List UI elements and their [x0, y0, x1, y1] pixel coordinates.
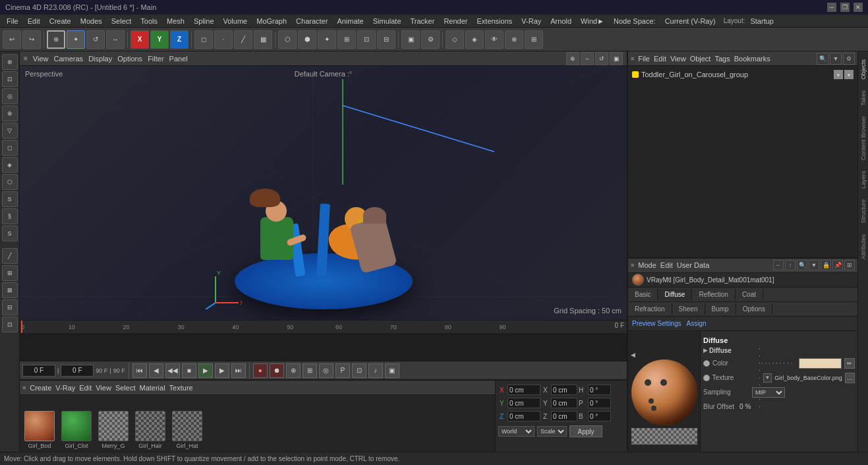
texture-menu-button[interactable]: …: [845, 373, 855, 383]
rotate-button[interactable]: ↺: [86, 30, 105, 49]
left-tool-4[interactable]: ⊗: [2, 106, 18, 121]
attr-menu-userdata[interactable]: User Data: [677, 261, 710, 269]
menu-animate[interactable]: Animate: [333, 16, 367, 26]
viewport-menu-view[interactable]: View: [33, 55, 49, 63]
select-button[interactable]: ✦: [67, 30, 85, 49]
menu-create[interactable]: Create: [45, 16, 75, 26]
lock-btn[interactable]: ⊕: [505, 30, 523, 49]
object-visibility-1[interactable]: ●: [834, 70, 843, 79]
grid-btn[interactable]: ⊞: [525, 30, 543, 49]
material-item-girl-hat[interactable]: Girl_Hat: [170, 411, 204, 449]
stop-button[interactable]: ■: [182, 363, 196, 378]
coord-z-scale[interactable]: [551, 411, 577, 421]
viewport-menu-icon[interactable]: ≡: [24, 55, 28, 62]
left-tool-5[interactable]: ▽: [2, 123, 18, 139]
prev-frame-button[interactable]: ◀: [149, 363, 163, 378]
axis-z-button[interactable]: Z: [170, 30, 188, 49]
attr-pin-button[interactable]: 📌: [832, 260, 843, 270]
material-item-girl-body[interactable]: Girl_Bod: [22, 411, 57, 449]
obj-menu-edit[interactable]: Edit: [654, 55, 666, 63]
apply-button[interactable]: Apply: [569, 425, 602, 437]
record-button[interactable]: ●: [253, 363, 268, 378]
coord-scale-select[interactable]: Scale: [537, 426, 567, 437]
viewport-menu-options[interactable]: Options: [117, 55, 142, 63]
menu-modes[interactable]: Modes: [76, 16, 106, 26]
menu-extensions[interactable]: Extensions: [473, 16, 516, 26]
play-button[interactable]: ▶: [198, 363, 213, 378]
coord-p-rot[interactable]: [588, 398, 611, 408]
sidebar-tab-content-browser[interactable]: Content Browser: [859, 111, 868, 166]
menu-tools[interactable]: Tools: [136, 16, 161, 26]
coord-y-pos[interactable]: [507, 398, 540, 408]
object-button[interactable]: ◻: [194, 30, 213, 49]
coord-world-select[interactable]: World Object: [498, 426, 535, 437]
timeline-btn-3[interactable]: ◎: [319, 363, 333, 378]
attr-collapse-icon[interactable]: ◀: [631, 352, 635, 358]
coord-y-scale[interactable]: [551, 398, 577, 408]
tool5[interactable]: ⬡: [278, 30, 297, 49]
attr-tab-sheen[interactable]: Sheen: [672, 303, 705, 315]
mat-menu-create[interactable]: Create: [30, 384, 51, 392]
attr-tab-options[interactable]: Options: [736, 303, 772, 315]
left-tool-14[interactable]: ⊠: [2, 282, 18, 298]
attr-tab-diffuse[interactable]: Diffuse: [658, 289, 692, 300]
left-tool-15[interactable]: ⊟: [2, 299, 18, 315]
close-button[interactable]: ✕: [854, 3, 863, 12]
color-radio[interactable]: [703, 360, 710, 367]
left-tool-10[interactable]: §: [2, 208, 18, 224]
axis-y-button[interactable]: Y: [150, 30, 169, 49]
color-picker-button[interactable]: ✏: [844, 358, 855, 369]
attr-tab-reflection[interactable]: Reflection: [692, 289, 735, 300]
scale-button[interactable]: ↔: [106, 30, 125, 49]
mat-menu-vray[interactable]: V-Ray: [55, 384, 75, 392]
render-settings[interactable]: ⚙: [421, 30, 440, 49]
attr-tab-bump[interactable]: Bump: [705, 303, 736, 315]
viewport-icon-3[interactable]: ↺: [595, 52, 608, 65]
timeline-btn-6[interactable]: ▣: [385, 363, 399, 378]
viewport-menu-panel[interactable]: Panel: [169, 55, 188, 63]
color-value-box[interactable]: [799, 358, 842, 369]
polys-button[interactable]: ▦: [254, 30, 272, 49]
left-tool-1[interactable]: ⊕: [2, 54, 18, 70]
sidebar-tab-layers[interactable]: Layers: [859, 166, 868, 194]
menu-file[interactable]: File: [3, 16, 22, 26]
left-tool-6[interactable]: ◻: [2, 140, 18, 156]
timeline-btn-5[interactable]: ⊡: [352, 363, 366, 378]
left-tool-12[interactable]: ╱: [2, 248, 18, 264]
mat-menu-view[interactable]: View: [96, 384, 111, 392]
next-frame-button[interactable]: ▶: [215, 363, 229, 378]
viewport-menu-cameras[interactable]: Cameras: [54, 55, 84, 63]
left-tool-8[interactable]: ⬡: [2, 174, 18, 190]
diffuse-collapse-icon[interactable]: ▶: [703, 347, 708, 354]
left-tool-16[interactable]: ⊡: [2, 317, 18, 332]
attr-menu-mode[interactable]: Mode: [638, 261, 656, 269]
attr-filter-button[interactable]: ▼: [809, 260, 819, 270]
timeline-btn-2[interactable]: ⊞: [303, 363, 317, 378]
obj-menu-file[interactable]: File: [638, 55, 650, 63]
mat-menu-select[interactable]: Select: [115, 384, 136, 392]
tool7[interactable]: ✦: [318, 30, 336, 49]
coord-x-scale[interactable]: [551, 385, 577, 395]
move-button[interactable]: ⊕: [47, 30, 65, 49]
obj-menu-tags[interactable]: Tags: [714, 55, 730, 63]
obj-menu-view[interactable]: View: [670, 55, 686, 63]
preview-settings-link[interactable]: Preview Settings: [632, 320, 681, 327]
left-tool-13[interactable]: ⊞: [2, 265, 18, 281]
current-frame-input[interactable]: [61, 365, 94, 377]
goto-start-button[interactable]: ⏮: [132, 363, 147, 378]
left-tool-11[interactable]: S: [2, 226, 18, 241]
texture-radio[interactable]: [703, 375, 710, 381]
viewport-3d[interactable]: Perspective Default Camera :° Grid Spaci…: [20, 66, 627, 320]
attr-tab-coat[interactable]: Coat: [736, 289, 763, 300]
menu-layout[interactable]: Startup: [746, 16, 777, 26]
minimize-button[interactable]: ─: [827, 3, 836, 12]
tool10[interactable]: ⊟: [377, 30, 395, 49]
attr-menu-edit[interactable]: Edit: [660, 261, 673, 269]
menu-mograph[interactable]: MoGraph: [252, 16, 291, 26]
visible-btn[interactable]: 👁: [485, 30, 504, 49]
restore-button[interactable]: ❒: [840, 3, 850, 12]
menu-select[interactable]: Select: [107, 16, 136, 26]
attr-back-button[interactable]: ←: [773, 260, 784, 270]
tool8[interactable]: ⊞: [337, 30, 356, 49]
coord-b-rot[interactable]: [588, 411, 611, 421]
